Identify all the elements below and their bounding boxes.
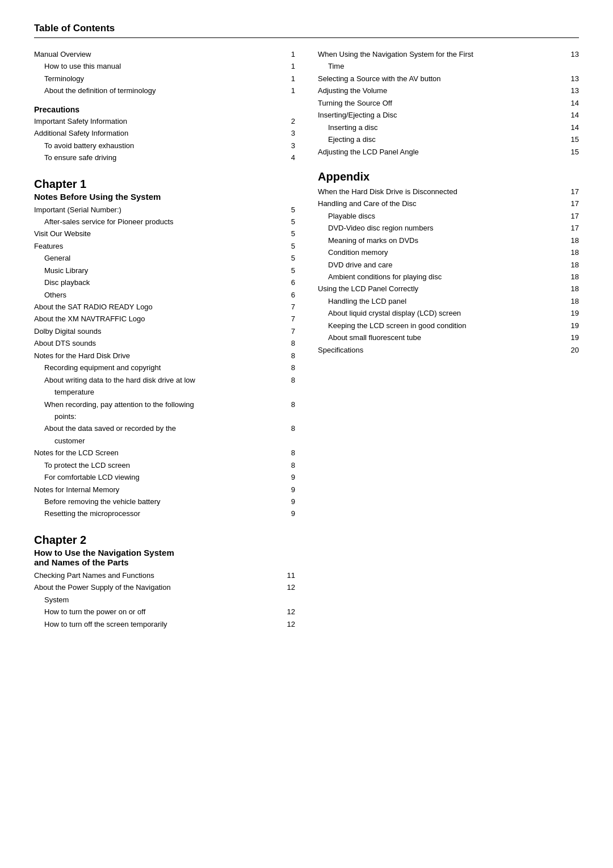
- list-item-continuation: points:: [44, 410, 295, 422]
- list-item: Features5: [34, 240, 295, 252]
- list-item-wrap: About the data saved or recorded by the8…: [34, 422, 295, 447]
- list-item: Others6: [34, 289, 295, 301]
- list-item: Important (Serial Number:)5: [34, 204, 295, 216]
- list-item: Specifications20: [318, 344, 579, 356]
- list-item: Music Library5: [34, 265, 295, 276]
- list-item: For comfortable LCD viewing9: [34, 471, 295, 483]
- list-item: Handling the LCD panel18: [318, 295, 579, 307]
- list-item: Terminology1: [34, 73, 295, 85]
- list-item: Meaning of marks on DVDs18: [318, 234, 579, 246]
- list-item: When recording, pay attention to the fol…: [44, 399, 295, 410]
- left-column: Manual Overview1 How to use this manual1…: [34, 48, 295, 631]
- list-item: When Using the Navigation System for the…: [318, 48, 579, 60]
- chapter1-block: Chapter 1 Notes Before Using the System …: [34, 178, 295, 520]
- list-item: Using the LCD Panel Correctly18: [318, 283, 579, 295]
- list-item: To ensure safe driving4: [34, 152, 295, 163]
- list-item: Notes for Internal Memory9: [34, 484, 295, 496]
- list-item: Before removing the vehicle battery9: [34, 496, 295, 508]
- list-item: About the data saved or recorded by the8: [44, 422, 295, 434]
- list-item: Disc playback6: [34, 276, 295, 288]
- list-item: Important Safety Information2: [34, 115, 295, 127]
- list-item: Playable discs17: [318, 210, 579, 222]
- precautions-block: Precautions Important Safety Information…: [34, 105, 295, 164]
- list-item: Recording equipment and copyright8: [34, 362, 295, 374]
- list-item: How to use this manual1: [34, 60, 295, 72]
- precautions-heading: Precautions: [34, 105, 295, 114]
- list-item: Inserting/Ejecting a Disc14: [318, 109, 579, 121]
- list-item: DVD drive and care18: [318, 259, 579, 271]
- chapter2-subtitle: How to Use the Navigation Systemand Name…: [34, 548, 295, 567]
- list-item: Inserting a disc14: [318, 121, 579, 133]
- list-item: Turning the Source Off14: [318, 97, 579, 109]
- list-item: Condition memory18: [318, 246, 579, 258]
- list-item: To protect the LCD screen8: [34, 459, 295, 471]
- list-item: Visit Our Website5: [34, 228, 295, 240]
- list-item: Notes for the Hard Disk Drive8: [34, 350, 295, 362]
- list-item-wrap: When Using the Navigation System for the…: [318, 48, 579, 73]
- chapter2-title: Chapter 2: [34, 534, 295, 547]
- list-item: About DTS sounds8: [34, 337, 295, 349]
- list-item-wrap: About writing data to the hard disk driv…: [34, 374, 295, 399]
- list-item-continuation: System: [34, 594, 295, 606]
- list-item: About the XM NAVTRAFFIC Logo7: [34, 313, 295, 325]
- chapter1-subtitle: Notes Before Using the System: [34, 192, 295, 202]
- appendix-block: Appendix When the Hard Disk Drive is Dis…: [318, 170, 579, 356]
- list-item: Ambient conditions for playing disc18: [318, 271, 579, 283]
- list-item-continuation: customer: [44, 435, 295, 447]
- list-item: When the Hard Disk Drive is Disconnected…: [318, 186, 579, 198]
- list-item: How to turn the power on or off12: [34, 606, 295, 618]
- list-item: Checking Part Names and Functions11: [34, 569, 295, 581]
- list-item: General5: [34, 252, 295, 264]
- list-item: About small fluorescent tube19: [318, 332, 579, 343]
- toc-columns: Manual Overview1 How to use this manual1…: [34, 48, 579, 631]
- list-item: DVD-Video disc region numbers17: [318, 222, 579, 234]
- manual-overview-block: Manual Overview1 How to use this manual1…: [34, 48, 295, 97]
- list-item: After-sales service for Pioneer products…: [34, 216, 295, 228]
- list-item: About liquid crystal display (LCD) scree…: [318, 307, 579, 319]
- list-item: Ejecting a disc15: [318, 133, 579, 145]
- chapter2-right-block: When Using the Navigation System for the…: [318, 48, 579, 158]
- list-item-continuation: temperature: [44, 386, 295, 398]
- chapter2-block: Chapter 2 How to Use the Navigation Syst…: [34, 534, 295, 630]
- list-item: How to turn off the screen temporarily12: [34, 618, 295, 630]
- page-title: Table of Contents: [34, 23, 579, 34]
- title-rule: [34, 37, 579, 38]
- list-item: About the Power Supply of the Navigation…: [34, 581, 295, 593]
- list-item: Manual Overview1: [34, 48, 295, 60]
- list-item: Selecting a Source with the AV button13: [318, 73, 579, 85]
- list-item: Keeping the LCD screen in good condition…: [318, 320, 579, 332]
- list-item: Additional Safety Information3: [34, 127, 295, 139]
- list-item: Handling and Care of the Disc17: [318, 198, 579, 209]
- list-item: Resetting the microprocessor9: [34, 508, 295, 519]
- list-item-wrap: When recording, pay attention to the fol…: [34, 399, 295, 423]
- list-item-continuation: Time: [318, 60, 579, 72]
- list-item: About the SAT RADIO READY Logo7: [34, 301, 295, 313]
- list-item: Adjusting the LCD Panel Angle15: [318, 146, 579, 158]
- list-item: Adjusting the Volume13: [318, 85, 579, 97]
- chapter1-title: Chapter 1: [34, 178, 295, 191]
- list-item: About writing data to the hard disk driv…: [44, 374, 295, 386]
- list-item-wrap: About the Power Supply of the Navigation…: [34, 581, 295, 606]
- appendix-heading: Appendix: [318, 170, 579, 183]
- list-item: Dolby Digital sounds7: [34, 325, 295, 337]
- right-column: When Using the Navigation System for the…: [318, 48, 579, 631]
- list-item: To avoid battery exhaustion3: [34, 140, 295, 152]
- list-item: Notes for the LCD Screen8: [34, 447, 295, 459]
- list-item: About the definition of terminology1: [34, 85, 295, 97]
